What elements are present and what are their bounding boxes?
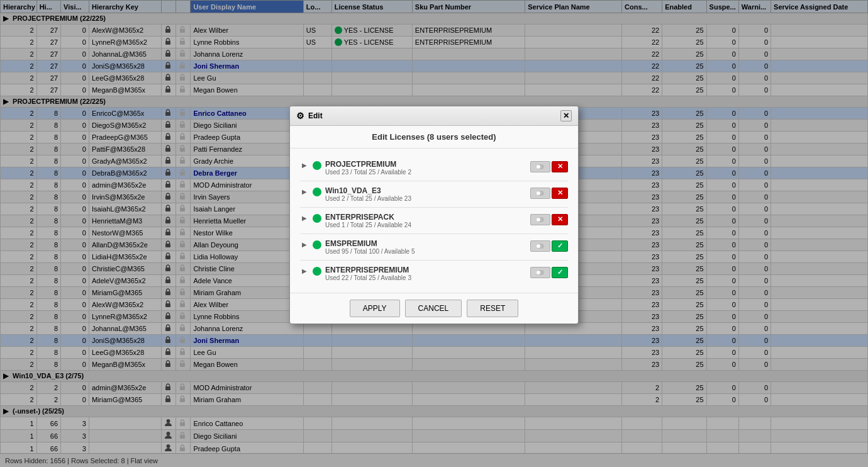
license-state-red-btn[interactable]: ✕ xyxy=(552,161,568,172)
license-name: Win10_VDA_E3 xyxy=(325,186,526,195)
license-item: ▶ Win10_VDA_E3 Used 2 / Total 25 / Avail… xyxy=(300,181,568,208)
modal-header-left: ⚙ Edit xyxy=(296,111,323,121)
license-state-green-btn[interactable]: ✓ xyxy=(552,267,568,278)
license-item: ▶ ENTERPRISEPREMIUM Used 22 / Total 25 /… xyxy=(300,261,568,286)
chevron-icon[interactable]: ▶ xyxy=(300,161,309,170)
svg-point-79 xyxy=(537,271,540,274)
license-toggle-btn[interactable] xyxy=(530,161,550,172)
license-name: ENTERPRISEPACK xyxy=(325,213,526,222)
license-toggle-btn[interactable] xyxy=(530,240,550,252)
chevron-icon[interactable]: ▶ xyxy=(300,214,309,223)
license-controls: ✕ xyxy=(530,214,568,225)
modal-header: ⚙ Edit ✕ xyxy=(290,106,578,126)
license-controls: ✓ xyxy=(530,267,568,278)
license-toggle-btn[interactable] xyxy=(530,267,550,278)
license-dot xyxy=(313,240,321,249)
license-controls: ✕ xyxy=(530,161,568,172)
license-name: EMSPREMIUM xyxy=(325,239,526,248)
modal-close-button[interactable]: ✕ xyxy=(560,110,572,121)
modal-footer: APPLY CANCEL RESET xyxy=(290,293,578,324)
license-state-red-btn[interactable]: ✕ xyxy=(552,214,568,225)
license-item: ▶ EMSPREMIUM Used 95 / Total 100 / Avail… xyxy=(300,234,568,261)
license-state-green-btn[interactable]: ✓ xyxy=(552,240,568,252)
license-usage: Used 2 / Total 25 / Available 23 xyxy=(325,195,526,202)
license-usage: Used 23 / Total 25 / Available 2 xyxy=(325,169,526,176)
chevron-icon[interactable]: ▶ xyxy=(300,188,309,196)
svg-point-73 xyxy=(537,191,540,195)
license-toggle-btn[interactable] xyxy=(530,214,550,225)
svg-point-75 xyxy=(537,218,540,222)
license-name: ENTERPRISEPREMIUM xyxy=(325,266,526,274)
cancel-button[interactable]: CANCEL xyxy=(405,300,462,317)
license-toggle-btn[interactable] xyxy=(530,188,550,199)
license-name: PROJECTPREMIUM xyxy=(325,160,526,169)
license-state-red-btn[interactable]: ✕ xyxy=(552,188,568,199)
reset-button[interactable]: RESET xyxy=(467,300,518,317)
modal-overlay: ⚙ Edit ✕ Edit Licenses (8 users selected… xyxy=(0,0,868,467)
license-usage: Used 1 / Total 25 / Available 24 xyxy=(325,222,526,228)
modal-header-label: Edit xyxy=(308,111,323,120)
svg-point-71 xyxy=(537,165,540,169)
apply-button[interactable]: APPLY xyxy=(350,300,400,317)
chevron-icon[interactable]: ▶ xyxy=(300,267,309,276)
license-dot xyxy=(313,267,321,276)
license-controls: ✓ xyxy=(530,240,568,252)
license-usage: Used 95 / Total 100 / Available 5 xyxy=(325,248,526,255)
license-dot xyxy=(313,214,321,223)
modal-body: ▶ PROJECTPREMIUM Used 23 / Total 25 / Av… xyxy=(290,149,578,293)
license-item: ▶ PROJECTPREMIUM Used 23 / Total 25 / Av… xyxy=(300,155,568,181)
gear-icon: ⚙ xyxy=(296,111,304,121)
license-controls: ✕ xyxy=(530,188,568,199)
svg-point-77 xyxy=(537,244,540,248)
edit-modal: ⚙ Edit ✕ Edit Licenses (8 users selected… xyxy=(289,106,579,324)
license-dot xyxy=(313,161,321,170)
chevron-icon[interactable]: ▶ xyxy=(300,240,309,249)
license-dot xyxy=(313,188,321,196)
license-usage: Used 22 / Total 25 / Available 3 xyxy=(325,274,526,281)
license-item: ▶ ENTERPRISEPACK Used 1 / Total 25 / Ava… xyxy=(300,208,568,234)
modal-title: Edit Licenses (8 users selected) xyxy=(290,126,578,149)
